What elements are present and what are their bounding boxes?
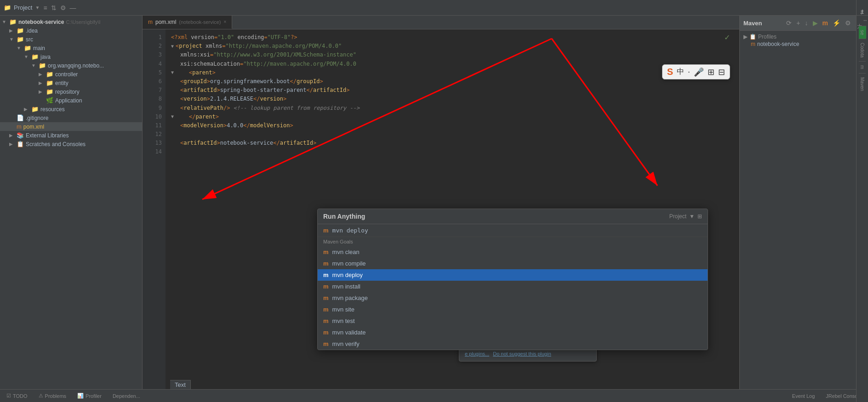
v-tab-m[interactable]: m <box>859 61 866 73</box>
bottom-bar: ☑ TODO ⚠ Problems 📊 Profiler Dependen...… <box>0 389 868 402</box>
warning-icon: ⚠ <box>39 393 43 399</box>
minimize-icon[interactable]: — <box>70 4 76 11</box>
tree-item-java[interactable]: ▼ 📁 java <box>0 52 142 61</box>
line-num: 12 <box>143 130 166 139</box>
tree-item-root[interactable]: ▼ 📁 notebook-service C:\Users\gblfy\I <box>0 17 142 26</box>
settings2-btn[interactable]: ⚙ <box>844 18 852 28</box>
add-btn[interactable]: + <box>795 18 801 28</box>
run-item-deploy[interactable]: m mvn deploy <box>318 269 708 281</box>
item-label: src <box>26 36 33 43</box>
run-item-test[interactable]: m mvn test <box>318 315 708 327</box>
code-text: <?xml <box>171 33 191 42</box>
arrow-icon: ▶ <box>39 80 46 85</box>
item-label: mvn compile <box>332 260 366 267</box>
tree-item-main[interactable]: ▼ 📁 main <box>0 44 142 52</box>
code-text: </ <box>290 77 296 86</box>
profiles-row[interactable]: ▶ 📋 Profiles <box>743 34 864 40</box>
run-item-package[interactable]: m mvn package <box>318 292 708 304</box>
maven-header: Maven ⟳ + ↓ ▶ m ⚡ ⚙ 🔧 <box>740 16 868 31</box>
run-item-compile[interactable]: m mvn compile <box>318 258 708 269</box>
editor-tab-pom[interactable]: m pom.xml (notebook-service) × <box>143 16 232 29</box>
maven-icon: m <box>323 260 329 267</box>
fold-icon[interactable]: ▼ <box>171 43 174 50</box>
code-text: < <box>189 68 192 77</box>
tree-item-external-libs[interactable]: ▶ 📚 External Libraries <box>0 131 142 140</box>
tree-item-application[interactable]: 🌿 Application <box>0 96 142 105</box>
skip-tests-btn[interactable]: ⚡ <box>832 18 841 28</box>
run-anything-popup: Run Anything Project ▼ ⊞ m Maven Goals <box>317 209 708 350</box>
filter-icon[interactable]: ⊞ <box>697 213 702 220</box>
code-text: > <box>207 95 210 103</box>
list-icon[interactable]: ≡ <box>43 4 47 11</box>
tree-item-idea[interactable]: ▶ 📁 .idea <box>0 26 142 35</box>
ime-toolbar: S 中 · 🎤 ⊞ ⊟ <box>662 64 730 79</box>
maven-icon-btn[interactable]: m <box>822 18 829 28</box>
code-text: "http://www.w3.org/2001/XMLSchema-instan… <box>213 51 356 59</box>
tree-item-repository[interactable]: ▶ 📁 repository <box>0 87 142 96</box>
bottom-right: Event Log JRebel Console <box>789 392 864 400</box>
run-btn[interactable]: ▶ <box>812 18 819 28</box>
tree-item-entity[interactable]: ▶ 📁 entity <box>0 79 142 87</box>
arrow-icon: ▶ <box>9 133 17 138</box>
notification-links: e plugins... Do not suggest this plugin <box>465 351 591 357</box>
run-anything-input[interactable] <box>332 227 702 234</box>
project-folder-icon: 📁 <box>9 18 17 25</box>
do-not-suggest-link[interactable]: Do not suggest this plugin <box>493 351 551 357</box>
arrow-icon: ▼ <box>9 37 17 42</box>
tree-item-controller[interactable]: ▶ 📁 controller <box>0 70 142 79</box>
pom-label: pom.xml <box>23 124 44 130</box>
project-label: Project <box>669 213 686 220</box>
profiler-tab[interactable]: 📊 Profiler <box>74 392 104 400</box>
spring-icon: 🌿 <box>46 97 53 104</box>
item-label: mvn verify <box>332 340 360 347</box>
tree-item-src[interactable]: ▼ 📁 src <box>0 35 142 44</box>
v-tab-1[interactable]: ま <box>858 2 867 15</box>
code-text: </ <box>189 113 195 121</box>
download-btn[interactable]: ↓ <box>804 18 809 28</box>
tree-item-scratches[interactable]: ▶ 📋 Scratches and Consoles <box>0 140 142 148</box>
dependen-tab[interactable]: Dependen... <box>110 392 143 400</box>
v-tab-2[interactable]: ↕大 <box>855 15 868 26</box>
v-tab-codota[interactable]: Codota <box>859 39 866 61</box>
scratches-icon: 📋 <box>17 141 24 147</box>
plugins-link[interactable]: e plugins... <box>465 351 489 357</box>
code-line-14 <box>171 147 734 156</box>
tree-item-pom[interactable]: m pom.xml <box>0 122 142 131</box>
sort-icon[interactable]: ⇅ <box>51 4 57 11</box>
v-tab-se[interactable]: se <box>859 26 866 39</box>
line-num: 9 <box>143 104 166 113</box>
arrow-icon: ▼ <box>17 45 24 51</box>
code-text: version <box>260 95 283 103</box>
refresh-btn[interactable]: ⟳ <box>785 18 793 28</box>
scratches-label: Scratches and Consoles <box>26 141 86 147</box>
maven-title: Maven <box>743 20 762 27</box>
folder-icon: 📁 <box>17 27 24 34</box>
todo-tab[interactable]: ☑ TODO <box>4 392 30 400</box>
run-item-site[interactable]: m mvn site <box>318 304 708 315</box>
arrow-icon <box>9 124 17 129</box>
maven-service-row[interactable]: m notebook-service <box>743 40 864 48</box>
dropdown-arrow-icon[interactable]: ▼ <box>689 213 695 220</box>
apps-icon: ⊟ <box>718 67 725 77</box>
event-log-btn[interactable]: Event Log <box>789 392 818 400</box>
application-label: Application <box>55 97 82 104</box>
run-item-clean[interactable]: m mvn clean <box>318 246 708 258</box>
run-item-install[interactable]: m mvn install <box>318 281 708 292</box>
settings-icon[interactable]: ⚙ <box>60 4 66 11</box>
arrow-icon: ▼ <box>31 63 39 68</box>
v-tab-maven[interactable]: Maven <box>859 73 866 95</box>
folder-icon: 📁 <box>46 79 53 86</box>
fold-icon[interactable]: ▼ <box>171 113 174 120</box>
run-item-verify[interactable]: m mvn verify <box>318 338 708 350</box>
tree-item-gitignore[interactable]: 📄 .gitignore <box>0 113 142 122</box>
problems-tab[interactable]: ⚠ Problems <box>36 392 69 400</box>
run-item-validate[interactable]: m mvn validate <box>318 327 708 338</box>
tab-close-icon[interactable]: × <box>223 19 226 24</box>
code-text: relativePath <box>183 104 223 113</box>
folder-icon: 📁 <box>46 88 53 95</box>
maven-profiles-section: ▶ 📋 Profiles m notebook-service <box>740 31 868 51</box>
item-label: entity <box>55 80 69 86</box>
tree-item-resources[interactable]: ▶ 📁 resources <box>0 105 142 113</box>
fold-icon[interactable]: ▼ <box>171 69 174 76</box>
tree-item-org[interactable]: ▼ 📁 org.wangqing.notebo... <box>0 61 142 70</box>
